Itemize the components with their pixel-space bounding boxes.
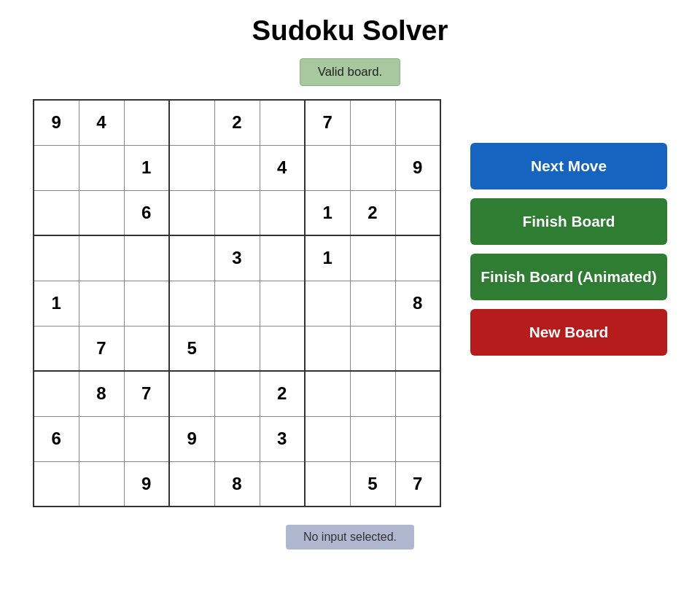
grid-cell[interactable]: [124, 281, 169, 326]
grid-cell[interactable]: 3: [260, 416, 305, 461]
grid-cell[interactable]: [79, 416, 124, 461]
grid-cell[interactable]: [260, 281, 305, 326]
grid-cell[interactable]: [34, 145, 79, 190]
new-board-button[interactable]: New Board: [470, 309, 667, 356]
grid-cell[interactable]: [34, 461, 79, 507]
grid-cell[interactable]: [124, 100, 169, 145]
grid-cell[interactable]: [214, 326, 260, 371]
grid-cell[interactable]: 2: [260, 371, 305, 416]
status-badge: Valid board.: [300, 58, 400, 86]
grid-cell[interactable]: [169, 461, 214, 507]
grid-cell[interactable]: [214, 281, 260, 326]
grid-cell[interactable]: 1: [124, 145, 169, 190]
grid-cell[interactable]: [79, 461, 124, 507]
grid-cell[interactable]: 8: [79, 371, 124, 416]
next-move-button[interactable]: Next Move: [470, 143, 667, 189]
grid-cell[interactable]: [79, 235, 124, 281]
grid-cell[interactable]: [79, 190, 124, 235]
grid-cell[interactable]: 8: [214, 461, 260, 507]
grid-cell[interactable]: [34, 326, 79, 371]
grid-cell[interactable]: 6: [124, 190, 169, 235]
grid-cell[interactable]: [305, 461, 350, 507]
buttons-panel: Next Move Finish Board Finish Board (Ani…: [470, 143, 667, 356]
grid-cell[interactable]: [214, 371, 260, 416]
grid-cell[interactable]: 2: [350, 190, 395, 235]
grid-cell[interactable]: 7: [124, 371, 169, 416]
grid-cell[interactable]: [350, 416, 395, 461]
grid-cell[interactable]: [350, 100, 395, 145]
grid-cell[interactable]: 9: [169, 416, 214, 461]
grid-cell[interactable]: [169, 281, 214, 326]
grid-cell[interactable]: [305, 281, 350, 326]
grid-cell[interactable]: 7: [305, 100, 350, 145]
grid-cell[interactable]: [260, 326, 305, 371]
grid-cell[interactable]: 9: [124, 461, 169, 507]
no-input-badge: No input selected.: [286, 525, 414, 550]
grid-cell[interactable]: 7: [79, 326, 124, 371]
grid-cell[interactable]: [395, 235, 440, 281]
grid-cell[interactable]: 9: [34, 100, 79, 145]
grid-cell[interactable]: [395, 190, 440, 235]
grid-cell[interactable]: [34, 190, 79, 235]
grid-cell[interactable]: 4: [79, 100, 124, 145]
grid-cell[interactable]: [169, 235, 214, 281]
grid-cell[interactable]: [350, 235, 395, 281]
grid-cell[interactable]: [124, 416, 169, 461]
grid-cell[interactable]: [169, 371, 214, 416]
grid-cell[interactable]: 2: [214, 100, 260, 145]
grid-cell[interactable]: 1: [34, 281, 79, 326]
grid-cell[interactable]: [214, 145, 260, 190]
grid-cell[interactable]: [124, 326, 169, 371]
grid-cell[interactable]: [124, 235, 169, 281]
grid-cell[interactable]: [260, 100, 305, 145]
finish-board-animated-button[interactable]: Finish Board (Animated): [470, 254, 667, 300]
grid-cell[interactable]: [214, 190, 260, 235]
finish-board-button[interactable]: Finish Board: [470, 198, 667, 245]
grid-cell[interactable]: [395, 326, 440, 371]
grid-cell[interactable]: 3: [214, 235, 260, 281]
main-area: 94271496123118758726939857 Next Move Fin…: [33, 99, 667, 507]
grid-cell[interactable]: [350, 371, 395, 416]
grid-cell[interactable]: 8: [395, 281, 440, 326]
grid-cell[interactable]: [214, 416, 260, 461]
grid-cell[interactable]: [169, 190, 214, 235]
grid-cell[interactable]: 1: [305, 190, 350, 235]
grid-cell[interactable]: 9: [395, 145, 440, 190]
grid-cell[interactable]: [395, 100, 440, 145]
grid-cell[interactable]: [305, 371, 350, 416]
grid-cell[interactable]: [260, 461, 305, 507]
grid-cell[interactable]: [305, 145, 350, 190]
page-title: Sudoku Solver: [252, 15, 448, 47]
grid-cell[interactable]: 1: [305, 235, 350, 281]
grid-cell[interactable]: [395, 371, 440, 416]
grid-cell[interactable]: 5: [169, 326, 214, 371]
grid-cell[interactable]: [350, 281, 395, 326]
grid-cell[interactable]: 5: [350, 461, 395, 507]
grid-cell[interactable]: [350, 145, 395, 190]
sudoku-grid[interactable]: 94271496123118758726939857: [33, 99, 441, 507]
grid-cell[interactable]: [305, 416, 350, 461]
grid-cell[interactable]: [169, 100, 214, 145]
grid-cell[interactable]: [34, 235, 79, 281]
grid-cell[interactable]: [395, 416, 440, 461]
grid-cell[interactable]: [79, 145, 124, 190]
grid-cell[interactable]: [260, 235, 305, 281]
grid-cell[interactable]: [305, 326, 350, 371]
grid-cell[interactable]: 6: [34, 416, 79, 461]
grid-cell[interactable]: [260, 190, 305, 235]
grid-cell[interactable]: [79, 281, 124, 326]
grid-cell[interactable]: [169, 145, 214, 190]
grid-cell[interactable]: [350, 326, 395, 371]
grid-cell[interactable]: 4: [260, 145, 305, 190]
grid-cell[interactable]: 7: [395, 461, 440, 507]
grid-cell[interactable]: [34, 371, 79, 416]
